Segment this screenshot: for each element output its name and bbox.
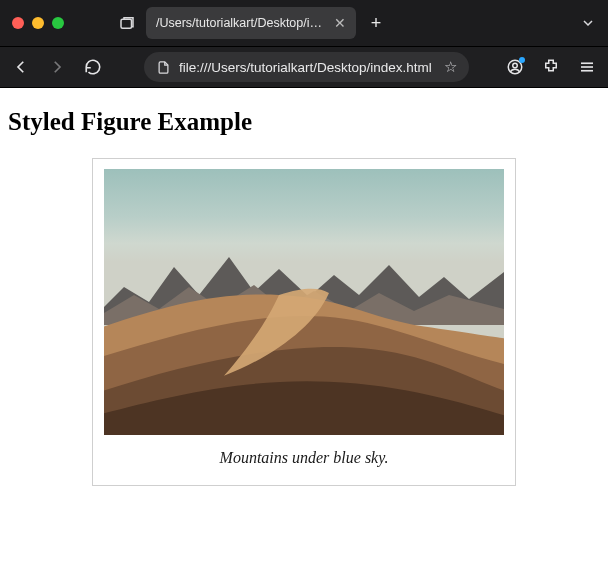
sand-dunes-icon — [104, 287, 504, 435]
traffic-lights — [12, 17, 64, 29]
close-tab-icon[interactable]: ✕ — [334, 16, 346, 30]
extensions-icon[interactable] — [542, 58, 560, 76]
figure: Mountains under blue sky. — [92, 158, 516, 486]
bookmark-star-icon[interactable]: ☆ — [444, 58, 457, 76]
reload-button[interactable] — [84, 58, 102, 76]
address-bar[interactable]: file:///Users/tutorialkart/Desktop/index… — [144, 52, 469, 82]
page-heading: Styled Figure Example — [8, 108, 600, 136]
window-titlebar: /Users/tutorialkart/Desktop/index.ht ✕ + — [0, 0, 608, 46]
browser-toolbar: file:///Users/tutorialkart/Desktop/index… — [0, 46, 608, 88]
page-content: Styled Figure Example Mountains un — [0, 88, 608, 498]
nav-buttons — [12, 58, 102, 76]
chevron-down-icon[interactable] — [580, 15, 596, 31]
close-window-button[interactable] — [12, 17, 24, 29]
tab-strip: /Users/tutorialkart/Desktop/index.ht ✕ + — [146, 7, 570, 39]
figure-caption: Mountains under blue sky. — [103, 435, 505, 475]
minimize-window-button[interactable] — [32, 17, 44, 29]
file-icon — [156, 60, 171, 75]
back-button[interactable] — [12, 58, 30, 76]
profile-icon[interactable] — [506, 58, 524, 76]
all-tabs-icon[interactable] — [118, 14, 136, 32]
figure-image — [104, 169, 504, 435]
svg-point-2 — [513, 63, 518, 68]
menu-icon[interactable] — [578, 58, 596, 76]
browser-tab-active[interactable]: /Users/tutorialkart/Desktop/index.ht ✕ — [146, 7, 356, 39]
tab-title: /Users/tutorialkart/Desktop/index.ht — [156, 16, 326, 30]
url-text: file:///Users/tutorialkart/Desktop/index… — [179, 60, 432, 75]
svg-rect-0 — [121, 19, 132, 28]
toolbar-right — [506, 58, 596, 76]
maximize-window-button[interactable] — [52, 17, 64, 29]
new-tab-button[interactable]: + — [366, 14, 386, 32]
forward-button[interactable] — [48, 58, 66, 76]
